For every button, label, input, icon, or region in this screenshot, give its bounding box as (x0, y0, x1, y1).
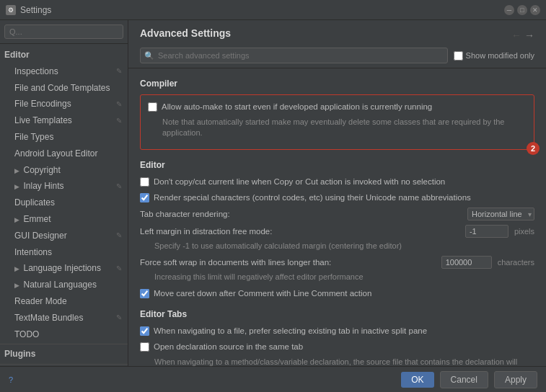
main-content: Editor Inspections ✎ File and Code Templ… (0, 20, 546, 366)
sidebar-item-language-injections[interactable]: ▶ Language Injections ✎ (0, 260, 128, 277)
move-caret-label: Move caret down after Comment with Line … (154, 288, 371, 299)
edit-icon-live: ✎ (116, 116, 122, 126)
tab-rendering-label: Tab character rendering: (140, 208, 462, 220)
sidebar-item-android-layout-editor[interactable]: Android Layout Editor (0, 146, 128, 162)
left-margin-label: Left margin in distraction free mode: (140, 226, 459, 237)
prefer-existing-tab-row: When navigating to a file, prefer select… (140, 325, 534, 337)
sidebar-item-intentions[interactable]: Intentions (0, 244, 128, 261)
render-special-chars-checkbox[interactable] (140, 193, 149, 202)
tab-rendering-row: Tab character rendering: Horizontal line… (140, 208, 534, 220)
render-special-chars-row: Render special characters (control codes… (140, 192, 534, 203)
tab-rendering-select[interactable]: Horizontal line Vertical line None (467, 208, 534, 220)
force-soft-wrap-unit: characters (498, 258, 534, 267)
left-margin-row: Left margin in distraction free mode: pi… (140, 225, 534, 238)
ok-button[interactable]: OK (401, 372, 433, 388)
sidebar-item-file-code-templates[interactable]: File and Code Templates (0, 80, 128, 97)
sidebar-item-live-templates[interactable]: Live Templates ✎ (0, 112, 128, 129)
panel-nav: Advanced Settings ← → (140, 27, 534, 43)
auto-make-description: Note that automatically started make may… (162, 117, 527, 139)
sidebar-item-gui-designer[interactable]: GUI Designer ✎ (0, 228, 128, 244)
sidebar-item-todo[interactable]: TODO (0, 326, 128, 343)
sidebar-search-input[interactable] (4, 24, 123, 39)
show-modified-option: Show modified only (454, 51, 534, 61)
editor-tabs-section: Editor Tabs When navigating to a file, p… (140, 309, 534, 366)
prefer-existing-tab-label: When navigating to a file, prefer select… (154, 325, 427, 337)
app-icon: ⚙ (6, 5, 16, 15)
move-caret-checkbox[interactable] (140, 289, 149, 298)
sidebar-item-file-types[interactable]: File Types (0, 129, 128, 146)
left-margin-input[interactable] (465, 225, 508, 238)
sidebar-divider-1 (0, 344, 128, 344)
search-icon: 🔍 (144, 51, 154, 61)
open-declaration-checkbox[interactable] (140, 342, 149, 352)
compiler-badge: 2 (527, 142, 540, 155)
nav-arrows: ← → (511, 30, 534, 41)
sidebar-search-area (0, 20, 128, 44)
prefer-existing-tab-checkbox[interactable] (140, 326, 149, 336)
render-special-chars-label: Render special characters (control codes… (154, 192, 471, 203)
force-soft-wrap-row: Force soft wrap in documents with lines … (140, 256, 534, 269)
open-declaration-label: Open declaration source in the same tab (154, 341, 303, 352)
show-modified-checkbox[interactable] (454, 51, 463, 61)
inlay-arrow: ▶ (14, 183, 22, 190)
move-caret-row: Move caret down after Comment with Line … (140, 288, 534, 299)
natural-arrow: ▶ (14, 282, 22, 289)
window-controls: ─ □ ✕ (504, 5, 540, 15)
auto-make-label: Allow auto-make to start even if develop… (162, 101, 432, 112)
panel-search-area: 🔍 (140, 48, 448, 63)
dont-copy-cut-label: Don't copy/cut current line when Copy or… (154, 176, 445, 187)
compiler-section: Compiler Allow auto-make to start even i… (140, 79, 534, 150)
panel-header: Advanced Settings ← → 🔍 Show modified on… (128, 20, 546, 68)
edit-icon: ✎ (116, 66, 122, 76)
sidebar-item-natural-languages[interactable]: ▶ Natural Languages (0, 277, 128, 293)
sidebar-item-inspections[interactable]: Inspections ✎ (0, 63, 128, 80)
auto-make-row: Allow auto-make to start even if develop… (148, 101, 527, 112)
force-soft-wrap-desc: Increasing this limit will negatively af… (154, 272, 534, 282)
dont-copy-cut-checkbox[interactable] (140, 177, 149, 187)
editor-tabs-title: Editor Tabs (140, 309, 534, 319)
sidebar-item-file-encodings[interactable]: File Encodings ✎ (0, 96, 128, 112)
auto-make-checkbox[interactable] (148, 102, 157, 112)
sidebar-item-textmate-bundles[interactable]: TextMate Bundles ✎ (0, 310, 128, 326)
titlebar: ⚙ Settings ─ □ ✕ (0, 0, 546, 20)
bottom-bar: ? OK Cancel Apply (0, 366, 546, 392)
sidebar-section-plugins[interactable]: Plugins (0, 346, 128, 362)
apply-button[interactable]: Apply (494, 371, 537, 388)
sidebar-section-editor[interactable]: Editor (0, 47, 128, 63)
sidebar-item-duplicates[interactable]: Duplicates (0, 195, 128, 211)
open-declaration-row: Open declaration source in the same tab (140, 341, 534, 352)
nav-back-arrow[interactable]: ← (511, 30, 521, 41)
compiler-section-title: Compiler (140, 79, 534, 89)
lang-arrow: ▶ (14, 265, 22, 272)
help-button[interactable]: ? (9, 375, 13, 384)
sidebar-divider-2 (0, 364, 128, 365)
panel-title: Advanced Settings (140, 27, 231, 39)
open-declaration-desc: When navigating to a method/class/variab… (154, 357, 534, 366)
minimize-button[interactable]: ─ (504, 5, 514, 15)
compiler-option-box: Allow auto-make to start even if develop… (140, 94, 534, 150)
left-margin-desc: Specify -1 to use automatically calculat… (154, 241, 534, 251)
window-title: Settings (20, 5, 504, 15)
sidebar: Editor Inspections ✎ File and Code Templ… (0, 20, 128, 366)
sidebar-item-reader-mode[interactable]: Reader Mode (0, 293, 128, 310)
sidebar-item-inlay-hints[interactable]: ▶ Inlay Hints ✎ (0, 178, 128, 195)
settings-window: ⚙ Settings ─ □ ✕ Editor Inspections ✎ (0, 0, 546, 392)
tab-rendering-select-wrapper: Horizontal line Vertical line None (467, 208, 534, 220)
dont-copy-cut-row: Don't copy/cut current line when Copy or… (140, 176, 534, 187)
maximize-button[interactable]: □ (517, 5, 527, 15)
editor-section-title: Editor (140, 160, 534, 170)
sidebar-item-emmet[interactable]: ▶ Emmet (0, 211, 128, 228)
cancel-button[interactable]: Cancel (440, 371, 488, 388)
close-button[interactable]: ✕ (530, 5, 540, 15)
bottom-left: ? (9, 375, 395, 384)
nav-forward-arrow[interactable]: → (524, 30, 534, 41)
emmet-arrow: ▶ (14, 216, 22, 223)
editor-section-panel: Editor Don't copy/cut current line when … (140, 160, 534, 299)
left-margin-unit: pixels (514, 227, 534, 236)
copyright-arrow: ▶ (14, 167, 22, 174)
edit-icon-inlay: ✎ (116, 182, 122, 192)
edit-icon-encodings: ✎ (116, 99, 122, 110)
panel-search-input[interactable] (140, 48, 448, 63)
sidebar-item-copyright[interactable]: ▶ Copyright (0, 162, 128, 179)
force-soft-wrap-input[interactable] (441, 256, 492, 269)
